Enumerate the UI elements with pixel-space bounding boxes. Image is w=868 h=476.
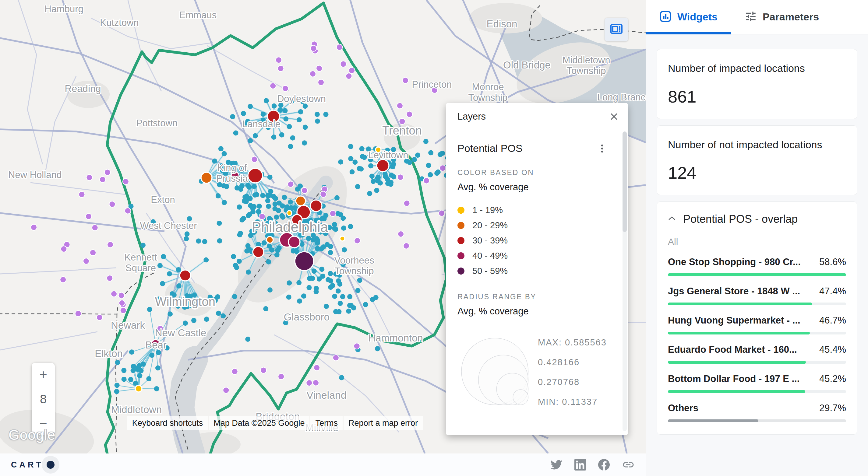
svg-text:Philadelphia: Philadelphia	[252, 219, 328, 235]
share-link-icon[interactable]	[622, 458, 635, 471]
svg-text:Doylestown: Doylestown	[277, 94, 326, 104]
legend-swatch	[458, 268, 464, 274]
svg-text:Edison: Edison	[487, 18, 518, 30]
facebook-icon[interactable]	[598, 459, 610, 471]
close-icon[interactable]	[609, 112, 619, 122]
svg-text:Vineland: Vineland	[306, 389, 347, 401]
legend-swatch	[458, 222, 464, 229]
radius-max-value: MAX: 0.585563	[538, 338, 607, 347]
svg-text:Hamburg: Hamburg	[44, 4, 84, 14]
footer-bar: CART	[0, 453, 646, 476]
legend-item: 50 - 59%	[458, 263, 607, 278]
map-attribution: Keyboard shortcuts Map Data ©2025 Google…	[127, 416, 423, 430]
svg-text:KennettSquare: KennettSquare	[125, 252, 157, 273]
svg-text:Middletown: Middletown	[111, 404, 162, 415]
widget-impacted-locations: Number of impacted locations 861	[657, 49, 857, 119]
legend-swatch	[458, 207, 464, 214]
map-data-label: Map Data ©2025 Google	[209, 416, 309, 430]
radius-circles	[458, 330, 530, 409]
svg-text:New Castle: New Castle	[155, 327, 207, 338]
legend-item: 20 - 29%	[458, 217, 607, 233]
collapse-chevron-icon[interactable]	[668, 216, 676, 223]
terms-link[interactable]: Terms	[310, 416, 343, 430]
linkedin-icon[interactable]	[575, 459, 586, 471]
overlap-row[interactable]: Hung Vuong Supermarket - ... 46.7%	[668, 315, 846, 335]
overlap-row[interactable]: Bottom Dollar Food - 197 E ... 45.2%	[668, 373, 846, 393]
widget-title: Number of impacted locations	[668, 60, 846, 76]
legend-swatch	[458, 252, 464, 259]
overlap-row[interactable]: One Stop Shopping - 980 Cr... 58.6%	[668, 257, 846, 276]
legend-swatch	[458, 237, 464, 244]
tab-widgets[interactable]: Widgets	[646, 0, 731, 34]
svg-text:Bear: Bear	[145, 339, 166, 351]
svg-text:Reading: Reading	[65, 83, 101, 94]
google-watermark: Google	[8, 427, 56, 443]
svg-text:Elkton: Elkton	[95, 348, 123, 359]
sidebar-tabbar: Widgets Parameters	[646, 0, 868, 34]
report-map-error-link[interactable]: Report a map error	[344, 416, 423, 430]
widget-title: Number of not impacted locations	[668, 137, 846, 153]
svg-text:Newark: Newark	[111, 319, 145, 331]
keyboard-shortcuts-link[interactable]: Keyboard shortcuts	[127, 416, 208, 430]
svg-text:New Holland: New Holland	[8, 170, 62, 180]
svg-text:Levittown: Levittown	[369, 150, 408, 160]
radius-tick-value: 0.270768	[538, 377, 607, 387]
widget-value: 861	[668, 87, 846, 106]
toggle-sidebar-button[interactable]	[604, 18, 628, 41]
svg-text:MiddletownTownship: MiddletownTownship	[562, 55, 610, 76]
overlap-bar	[668, 390, 846, 393]
widget-not-impacted-locations: Number of not impacted locations 124	[657, 125, 857, 195]
svg-text:King ofPrussia: King ofPrussia	[216, 163, 248, 184]
svg-text:Lansdale: Lansdale	[242, 119, 280, 129]
carto-logo[interactable]: CART	[11, 456, 59, 474]
color-based-on-label: COLOR BASED ON	[458, 168, 607, 177]
layers-panel: Layers Potential POS COLOR BASED ON Avg.…	[446, 103, 628, 435]
radius-attribute: Avg. % coverage	[458, 306, 607, 317]
radius-tick-value: 0.428166	[538, 357, 607, 367]
legend-item: 40 - 49%	[458, 248, 607, 263]
radius-range-by-label: RADIUS RANGE BY	[458, 293, 607, 301]
twitter-icon[interactable]	[551, 459, 562, 471]
svg-text:West Chester: West Chester	[140, 220, 197, 231]
map-zoom-control: + 8 −	[32, 363, 55, 435]
tab-parameters[interactable]: Parameters	[731, 0, 832, 34]
overlap-row-others[interactable]: Others 29.7%	[668, 403, 846, 422]
map-canvas[interactable]: HamburgKutztownEmmausReadingPottstownDoy…	[0, 0, 646, 453]
panel-toggle-icon	[610, 22, 623, 37]
zoom-level: 8	[32, 387, 55, 411]
overlap-bar	[668, 303, 846, 305]
panel-scrollbar[interactable]	[622, 132, 627, 431]
radius-legend: MAX: 0.585563 0.428166 0.270768 MIN: 0.1…	[458, 330, 607, 409]
widget-potential-pos-overlap: Potential POS - overlap All One Stop Sho…	[657, 202, 857, 435]
overlap-row[interactable]: Jgs General Store - 1848 W ... 47.4%	[668, 286, 846, 305]
overlap-bar	[668, 361, 846, 364]
svg-text:Trenton: Trenton	[382, 124, 422, 137]
color-attribute: Avg. % coverage	[458, 182, 607, 193]
color-legend: 1 - 19% 20 - 29% 30 - 39% 40 - 49% 50 - …	[458, 202, 607, 278]
overlap-filter-label: All	[668, 236, 846, 247]
svg-text:Kutztown: Kutztown	[100, 18, 139, 28]
legend-item: 30 - 39%	[458, 233, 607, 248]
sliders-icon	[744, 10, 757, 24]
svg-text:Glassboro: Glassboro	[284, 311, 330, 322]
layers-panel-title: Layers	[458, 111, 486, 122]
overlap-bar	[668, 273, 846, 276]
svg-text:MonroeTownship: MonroeTownship	[468, 81, 507, 103]
right-sidebar: Widgets Parameters Number of impacted lo…	[646, 0, 868, 476]
svg-text:Old Bridge: Old Bridge	[503, 59, 551, 71]
overlap-row[interactable]: Eduardo Food Market - 160... 45.4%	[668, 344, 846, 364]
kebab-menu-icon[interactable]	[597, 143, 607, 154]
carto-logo-circle	[42, 456, 59, 474]
widget-value: 124	[668, 163, 846, 182]
svg-text:Long Branc: Long Branc	[597, 92, 646, 103]
overlap-widget-title: Potential POS - overlap	[683, 213, 798, 226]
svg-text:Wilmington: Wilmington	[155, 295, 215, 308]
layer-name: Potential POS	[458, 142, 523, 154]
legend-item: 1 - 19%	[458, 202, 607, 217]
overlap-bar	[668, 332, 846, 335]
widgets-icon	[659, 10, 672, 24]
svg-text:Exton: Exton	[151, 195, 175, 205]
zoom-in-button[interactable]: +	[32, 363, 55, 387]
svg-text:Princeton: Princeton	[412, 79, 452, 90]
svg-text:Pottstown: Pottstown	[136, 118, 178, 129]
